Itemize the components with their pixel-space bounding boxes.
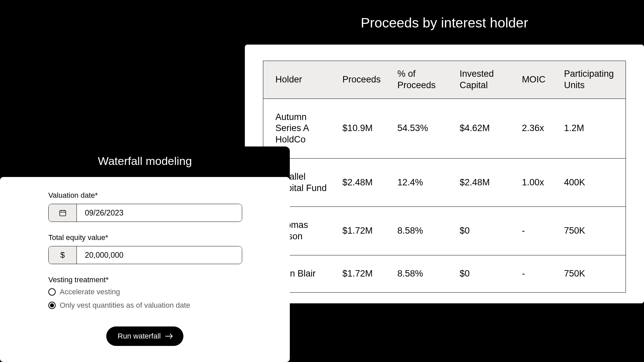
cell-pct: 12.4% <box>391 158 454 207</box>
col-proceeds: Proceeds <box>336 61 391 99</box>
cell-invested: $0 <box>453 207 516 255</box>
run-waterfall-label: Run waterfall <box>118 332 161 341</box>
arrow-right-icon <box>165 336 172 337</box>
calendar-icon[interactable] <box>49 204 77 222</box>
cell-proceeds: $1.72M <box>336 207 391 255</box>
table-row: Parallel Capital Fund $2.48M 12.4% $2.48… <box>263 158 626 207</box>
svg-rect-0 <box>60 210 66 216</box>
waterfall-body: Valuation date* Total equity value* $ Ve <box>0 177 290 362</box>
cell-moic: - <box>516 255 558 292</box>
waterfall-form: Valuation date* Total equity value* $ Ve <box>48 191 242 310</box>
dollar-icon: $ <box>49 246 77 264</box>
valuation-date-input[interactable] <box>77 204 242 222</box>
vesting-option-as-of-date[interactable]: Only vest quantities as of valuation dat… <box>48 301 242 310</box>
table-row: Thomas Mason $1.72M 8.58% $0 - 750K <box>263 207 626 255</box>
valuation-date-label: Valuation date* <box>48 191 242 200</box>
cell-proceeds: $10.9M <box>336 99 391 158</box>
table-header-row: Holder Proceeds % of Proceeds Invested C… <box>263 61 626 99</box>
waterfall-card: Waterfall modeling Valuation date* Total… <box>0 146 290 362</box>
table-row: Autumn Series A HoldCo $10.9M 54.53% $4.… <box>263 99 626 158</box>
cell-pct: 8.58% <box>391 207 454 255</box>
cell-pct: 54.53% <box>391 99 454 158</box>
cell-moic: 1.00x <box>516 158 558 207</box>
col-units: Participating Units <box>558 61 626 99</box>
vesting-treatment-label: Vesting treatment* <box>48 276 242 284</box>
radio-icon <box>48 288 56 296</box>
col-moic: MOIC <box>516 61 558 99</box>
col-invested: Invested Capital <box>453 61 516 99</box>
radio-label: Accelerate vesting <box>60 288 120 296</box>
valuation-date-field[interactable] <box>48 204 242 222</box>
waterfall-title: Waterfall modeling <box>0 146 290 177</box>
table-row: John Blair $1.72M 8.58% $0 - 750K <box>263 255 626 292</box>
run-waterfall-button[interactable]: Run waterfall <box>106 326 183 346</box>
cell-pct: 8.58% <box>391 255 454 292</box>
vesting-radio-group: Accelerate vesting Only vest quantities … <box>48 288 242 310</box>
cell-units: 400K <box>558 158 626 207</box>
cell-invested: $2.48M <box>453 158 516 207</box>
proceeds-title: Proceeds by interest holder <box>245 15 644 31</box>
proceeds-table: Holder Proceeds % of Proceeds Invested C… <box>263 61 626 293</box>
total-equity-input[interactable] <box>77 246 242 264</box>
radio-icon <box>48 302 56 309</box>
proceeds-panel: Holder Proceeds % of Proceeds Invested C… <box>245 45 644 303</box>
radio-label: Only vest quantities as of valuation dat… <box>60 301 190 310</box>
total-equity-field[interactable]: $ <box>48 246 242 264</box>
cell-moic: 2.36x <box>516 99 558 158</box>
cell-invested: $0 <box>453 255 516 292</box>
total-equity-label: Total equity value* <box>48 233 242 242</box>
cell-moic: - <box>516 207 558 255</box>
cell-units: 750K <box>558 207 626 255</box>
vesting-option-accelerate[interactable]: Accelerate vesting <box>48 288 242 296</box>
cell-invested: $4.62M <box>453 99 516 158</box>
radio-selected-icon <box>50 303 54 307</box>
col-holder: Holder <box>263 61 336 99</box>
cell-units: 750K <box>558 255 626 292</box>
cell-proceeds: $1.72M <box>336 255 391 292</box>
cell-proceeds: $2.48M <box>336 158 391 207</box>
cell-units: 1.2M <box>558 99 626 158</box>
col-pct: % of Proceeds <box>391 61 454 99</box>
